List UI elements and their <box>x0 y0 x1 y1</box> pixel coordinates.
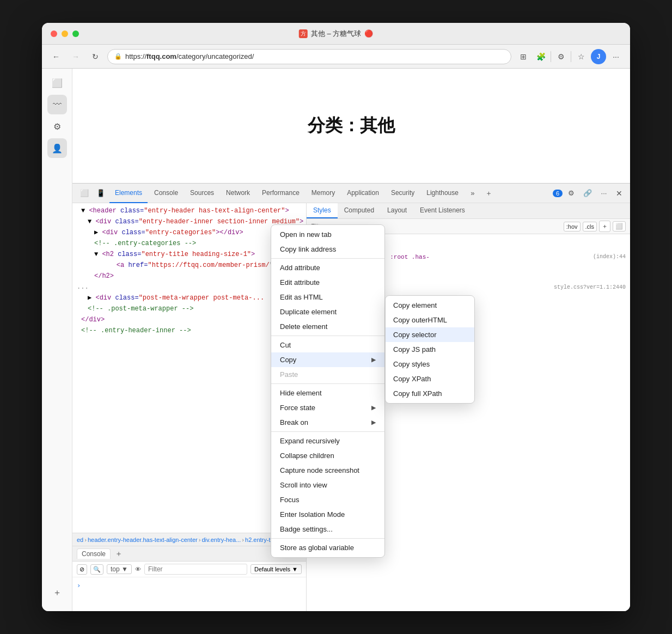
console-chevron[interactable]: › <box>77 582 81 589</box>
more-tabs-button[interactable]: » <box>465 186 480 201</box>
ctx-paste[interactable]: Paste <box>271 367 384 382</box>
add-panel-button[interactable]: ＋ <box>481 186 497 201</box>
devtools-more-button[interactable]: ··· <box>596 186 612 201</box>
submenu-copy-styles[interactable]: Copy styles <box>386 357 474 371</box>
sidebar-icon-devtools[interactable]: 〰 <box>47 95 67 114</box>
reload-button[interactable]: ↻ <box>88 49 103 64</box>
browser-window: 方 其他 – 方糖气球 🔴 ← → ↻ 🔒 https://ftqq.com/c… <box>42 23 630 611</box>
ctx-collapse-children[interactable]: Collapse children <box>271 448 384 463</box>
breadcrumb-item[interactable]: ed <box>77 537 83 543</box>
forward-button[interactable]: → <box>68 49 83 64</box>
separator <box>271 258 384 259</box>
ctx-copy-link-address[interactable]: Copy link address <box>271 242 384 257</box>
dom-line[interactable]: ▼ <div class="entry-header-inner section… <box>72 216 306 227</box>
styles-tabs: Styles Computed Layout Event Listeners <box>307 203 630 219</box>
address-bar[interactable]: 🔒 https://ftqq.com/category/uncategorize… <box>107 49 511 64</box>
more-button[interactable]: ··· <box>608 49 624 64</box>
ctx-focus[interactable]: Focus <box>271 492 384 507</box>
submenu-copy-outerhtml[interactable]: Copy outerHTML <box>386 313 474 327</box>
device-mode-button[interactable]: 📱 <box>93 186 108 201</box>
tab-lighthouse[interactable]: Lighthouse <box>421 184 464 203</box>
ctx-scroll-into-view[interactable]: Scroll into view <box>271 478 384 492</box>
tab-security[interactable]: Security <box>386 184 420 203</box>
url-display: https://ftqq.com/category/uncategorized/ <box>125 52 254 60</box>
submenu-arrow-icon: ▶ <box>371 404 376 411</box>
ctx-badge-settings[interactable]: Badge settings... <box>271 522 384 537</box>
filter-input[interactable] <box>144 564 247 575</box>
settings-button[interactable]: ⚙ <box>553 49 569 64</box>
separator <box>271 383 384 384</box>
page-heading: 分类：其他 <box>308 114 395 138</box>
lock-icon: 🔒 <box>114 53 122 60</box>
ctx-capture-screenshot[interactable]: Capture node screenshot <box>271 463 384 478</box>
submenu-copy-element[interactable]: Copy element <box>386 298 474 313</box>
navigation-bar: ← → ↻ 🔒 https://ftqq.com/category/uncate… <box>42 45 630 69</box>
tab-network[interactable]: Network <box>221 184 255 203</box>
filter-icon-button[interactable]: 🔍 <box>90 564 103 575</box>
copy-submenu: Copy element Copy outerHTML Copy selecto… <box>385 295 475 404</box>
ctx-break-on[interactable]: Break on ▶ <box>271 415 384 430</box>
ctx-delete-element[interactable]: Delete element <box>271 319 384 334</box>
submenu-copy-xpath[interactable]: Copy XPath <box>386 371 474 386</box>
ctx-duplicate-element[interactable]: Duplicate element <box>271 304 384 319</box>
settings-icon-button[interactable]: ⚙ <box>564 186 579 201</box>
tab-sources[interactable]: Sources <box>185 184 219 203</box>
ctx-expand-recursively[interactable]: Expand recursively <box>271 434 384 448</box>
favorites-button[interactable]: ☆ <box>573 49 589 64</box>
breadcrumb-item[interactable]: header.entry-header.has-text-align-cente… <box>88 537 198 543</box>
styles-tab-event-listeners[interactable]: Event Listeners <box>413 203 472 218</box>
back-button[interactable]: ← <box>48 49 64 64</box>
tab-performance[interactable]: Performance <box>256 184 305 203</box>
traffic-lights <box>51 31 79 37</box>
profile-button[interactable]: J <box>591 49 606 64</box>
inspect-button[interactable]: ⬜ <box>77 186 92 201</box>
styles-tab-computed[interactable]: Computed <box>338 203 381 218</box>
top-selector[interactable]: top ▼ <box>107 564 132 574</box>
toggle-device-button[interactable]: ⬜ <box>613 221 626 231</box>
ctx-add-attribute[interactable]: Add attribute <box>271 260 384 275</box>
ctx-edit-attribute[interactable]: Edit attribute <box>271 275 384 290</box>
devtools-close-button[interactable]: ✕ <box>613 187 626 200</box>
dom-line[interactable]: ▼ <header class="entry-header has-text-a… <box>72 205 306 216</box>
add-console-tab[interactable]: ＋ <box>113 549 125 559</box>
styles-tab-styles[interactable]: Styles <box>307 203 338 218</box>
submenu-copy-js-path[interactable]: Copy JS path <box>386 342 474 357</box>
breadcrumb-item[interactable]: div.entry-hea... <box>201 537 241 543</box>
reader-mode-button[interactable]: ⊞ <box>516 49 531 64</box>
add-style-button[interactable]: ＋ <box>599 221 610 232</box>
tab-elements[interactable]: Elements <box>109 184 148 203</box>
tab-application[interactable]: Application <box>341 184 384 203</box>
submenu-copy-selector[interactable]: Copy selector <box>386 327 474 342</box>
tab-memory[interactable]: Memory <box>306 184 340 203</box>
css-source: style.css?ver=1.1:2440 <box>554 284 626 290</box>
styles-tab-layout[interactable]: Layout <box>381 203 413 218</box>
ctx-cut[interactable]: Cut <box>271 338 384 352</box>
submenu-copy-full-xpath[interactable]: Copy full XPath <box>386 386 474 401</box>
ctx-enter-isolation-mode[interactable]: Enter Isolation Mode <box>271 507 384 522</box>
sidebar-add-button[interactable]: ＋ <box>47 583 67 602</box>
ctx-open-new-tab[interactable]: Open in new tab <box>271 227 384 242</box>
title-bar: 方 其他 – 方糖气球 🔴 <box>42 23 630 45</box>
close-button[interactable] <box>51 31 57 37</box>
ctx-copy[interactable]: Copy ▶ <box>271 352 384 367</box>
clear-console-button[interactable]: ⊘ <box>77 564 87 575</box>
separator <box>271 538 384 539</box>
sidebar-icon-user[interactable]: 👤 <box>47 138 67 158</box>
ctx-hide-element[interactable]: Hide element <box>271 386 384 400</box>
network-conditions-button[interactable]: 🔗 <box>580 186 595 201</box>
extensions-button[interactable]: 🧩 <box>533 49 548 64</box>
hover-state-button[interactable]: :hov <box>564 222 581 231</box>
maximize-button[interactable] <box>72 31 79 37</box>
tab-console[interactable]: Console <box>149 184 184 203</box>
eye-icon[interactable]: 👁 <box>135 566 141 572</box>
sidebar-icon-settings[interactable]: ⚙ <box>47 117 67 136</box>
cls-button[interactable]: .cls <box>583 222 597 231</box>
ctx-store-global-variable[interactable]: Store as global variable <box>271 540 384 555</box>
ctx-edit-as-html[interactable]: Edit as HTML <box>271 290 384 304</box>
default-levels-button[interactable]: Default levels ▼ <box>251 564 302 574</box>
title-bar-center: 方 其他 – 方糖气球 🔴 <box>299 29 373 39</box>
minimize-button[interactable] <box>62 31 68 37</box>
sidebar-icon-tabs[interactable]: ⬜ <box>47 73 67 93</box>
ctx-force-state[interactable]: Force state ▶ <box>271 400 384 415</box>
console-tab[interactable]: Console <box>77 548 111 559</box>
